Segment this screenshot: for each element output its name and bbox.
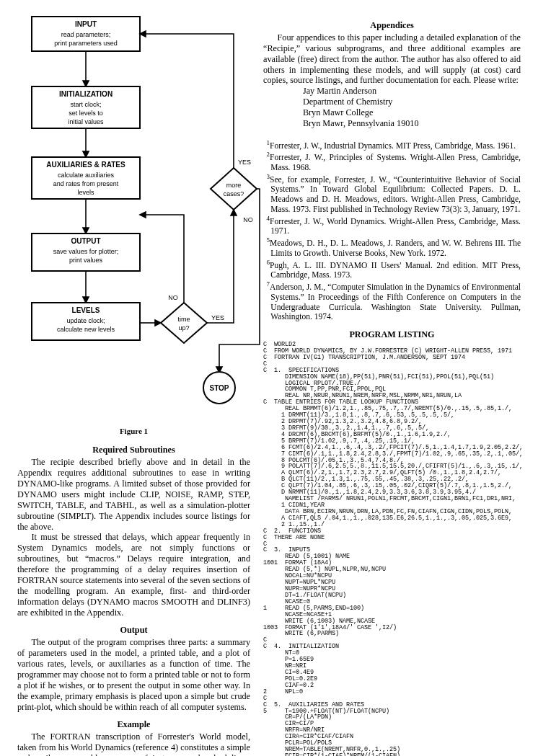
svg-marker-8 <box>83 228 89 234</box>
ref-6: 6Pugh, A. L. III. DYNAMO II Users' Manua… <box>270 259 521 280</box>
appendices-p1: Four appendices to this paper including … <box>263 32 521 86</box>
ref-4: 4Forrester, J. W., World Dynamics. Wrigh… <box>270 215 521 236</box>
svg-marker-5 <box>83 151 89 157</box>
ref-3: 3See, for example, Forrester, J. W., “Co… <box>270 173 521 215</box>
svg-marker-11 <box>83 297 89 303</box>
svg-marker-16 <box>140 212 146 218</box>
flow-init-l3: initial values <box>68 118 104 125</box>
flow-time-yes: YES <box>211 314 224 321</box>
figure-caption: Figure 1 <box>17 427 250 436</box>
appendices-title: Appendices <box>263 20 521 31</box>
flow-lev-title: LEVELS <box>72 306 100 314</box>
example-title: Example <box>17 719 250 730</box>
flow-lev-l1: update clock; <box>66 317 105 324</box>
flow-time-no: NO <box>168 294 178 301</box>
address-line-3: Bryn Mawr College <box>303 107 521 118</box>
flow-time-l2: up? <box>178 324 189 332</box>
flow-init-title: INITIALIZATION <box>59 90 113 98</box>
flow-more-yes: YES <box>238 159 251 166</box>
flow-aux-l1: calculate auxiliaries <box>58 172 115 179</box>
flow-init-l2: set levels to <box>69 110 103 117</box>
flow-aux-l3: levels <box>77 189 94 196</box>
flow-init-l1: start clock; <box>70 101 101 108</box>
required-subroutines-p1: The recipie described briefly above and … <box>17 457 250 532</box>
address-line-1: Jay Martin Anderson <box>303 86 521 97</box>
ref-5: 5Meadows, D. H., D. L. Meadows, J. Rande… <box>270 236 521 258</box>
ref-1: 1Forrester, J. W., Industrial Dynamics. … <box>270 139 521 151</box>
flowchart-figure: .bx{fill:#fff;stroke:#000;stroke-width:2… <box>17 13 263 424</box>
program-listing-title: PROGRAM LISTING <box>263 329 521 340</box>
flow-input-l1: read parameters; <box>61 31 111 38</box>
flow-aux-l2: and rates from present <box>53 180 119 187</box>
required-subroutines-title: Required Subroutines <box>17 445 250 455</box>
flow-input-l2: print parameters used <box>54 40 118 47</box>
flow-input-title: INPUT <box>75 20 97 28</box>
program-listing-code: C WORLD2 C FROM WORLD DYNAMICS, BY J.W.F… <box>263 342 521 756</box>
svg-marker-15 <box>161 303 207 343</box>
address-line-4: Bryn Mawr, Pennsylvania 19010 <box>303 118 521 129</box>
required-subroutines-p2: It must be stressed that delays, which a… <box>17 532 250 618</box>
address-line-2: Department of Chemistry <box>303 97 521 107</box>
flow-out-l1: save values for plotter; <box>53 248 119 255</box>
flow-out-l2: print values <box>69 257 103 264</box>
flow-more-l1: more <box>226 182 242 189</box>
flow-out-title: OUTPUT <box>71 237 100 245</box>
svg-marker-18 <box>211 168 257 210</box>
ref-7: 7Anderson, J. M., “Computer Simulation i… <box>270 280 521 322</box>
references: 1Forrester, J. W., Industrial Dynamics. … <box>263 139 521 322</box>
ref-2: 2Forrester, J. W., Principles of Systems… <box>270 151 521 172</box>
flow-more-l2: cases? <box>224 190 244 197</box>
flow-stop: STOP <box>209 384 229 392</box>
flow-time-l1: time <box>177 316 190 323</box>
example-p: The FORTRAN transcription of Forrester's… <box>17 731 250 756</box>
flow-aux-title: AUXILIARIES & RATES <box>46 161 125 169</box>
output-p: The output of the program comprises thre… <box>17 637 250 712</box>
flow-more-no: NO <box>243 216 253 223</box>
flow-lev-l2: calculate new levels <box>57 326 115 333</box>
svg-marker-19 <box>140 31 146 37</box>
output-title: Output <box>17 625 250 636</box>
svg-marker-2 <box>83 81 89 86</box>
